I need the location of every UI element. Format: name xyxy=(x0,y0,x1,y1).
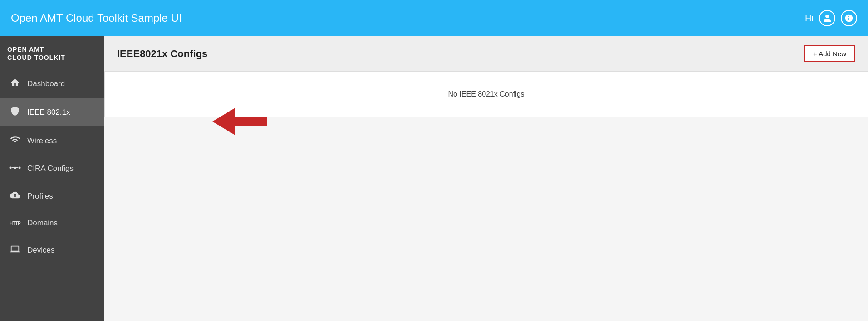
app-header: Open AMT Cloud Toolkit Sample UI Hi xyxy=(0,0,868,36)
sidebar-item-cira-configs[interactable]: CIRA Configs xyxy=(0,155,104,182)
sidebar-item-label: Profiles xyxy=(27,192,53,201)
sidebar: OPEN AMT CLOUD TOOLKIT Dashboard IEEE 80… xyxy=(0,36,104,321)
sidebar-item-label: Dashboard xyxy=(27,79,65,88)
svg-point-4 xyxy=(19,167,21,169)
red-arrow-indicator xyxy=(212,108,267,137)
header-title: Open AMT Cloud Toolkit Sample UI xyxy=(11,12,805,24)
sidebar-item-label: Domains xyxy=(27,219,58,228)
sidebar-item-wireless[interactable]: Wireless xyxy=(0,126,104,155)
brand-logo: OPEN AMT CLOUD TOOLKIT xyxy=(0,36,104,69)
sidebar-item-dashboard[interactable]: Dashboard xyxy=(0,69,104,98)
devices-icon xyxy=(9,244,21,256)
layout: OPEN AMT CLOUD TOOLKIT Dashboard IEEE 80… xyxy=(0,36,868,321)
wifi-icon xyxy=(9,135,21,147)
sidebar-item-devices[interactable]: Devices xyxy=(0,236,104,264)
header-hi-label: Hi xyxy=(805,13,814,24)
profiles-icon xyxy=(9,190,21,202)
sidebar-item-profiles[interactable]: Profiles xyxy=(0,182,104,210)
page-header: IEEE8021x Configs + Add New xyxy=(104,36,868,72)
page-title: IEEE8021x Configs xyxy=(117,48,207,60)
shield-icon xyxy=(9,106,21,118)
cira-icon xyxy=(9,163,21,174)
svg-point-2 xyxy=(14,167,16,169)
header-actions: Hi xyxy=(805,10,857,26)
info-icon[interactable] xyxy=(841,10,857,26)
user-avatar-icon[interactable] xyxy=(819,10,835,26)
sidebar-item-ieee8021x[interactable]: IEEE 802.1x xyxy=(0,98,104,126)
main-wrapper: IEEE8021x Configs + Add New No IEEE 8021… xyxy=(104,36,868,321)
sidebar-item-label: Devices xyxy=(27,246,54,255)
sidebar-item-label: Wireless xyxy=(27,136,57,146)
sidebar-item-label: CIRA Configs xyxy=(27,164,74,173)
svg-point-0 xyxy=(10,167,12,169)
add-new-button[interactable]: + Add New xyxy=(804,45,855,62)
home-icon xyxy=(9,78,21,90)
sidebar-item-domains[interactable]: HTTP Domains xyxy=(0,210,104,236)
http-icon: HTTP xyxy=(9,221,21,226)
main-content: IEEE8021x Configs + Add New No IEEE 8021… xyxy=(104,36,868,321)
svg-marker-5 xyxy=(212,108,267,135)
sidebar-item-label: IEEE 802.1x xyxy=(27,108,70,117)
